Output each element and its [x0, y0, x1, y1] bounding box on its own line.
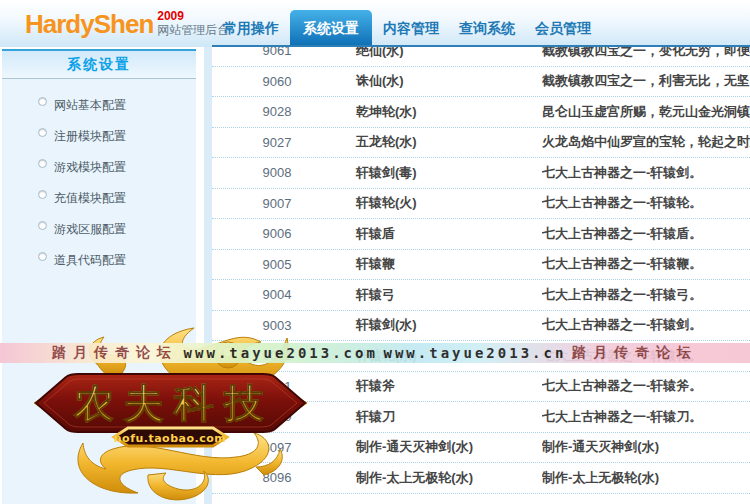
- bullet-icon: [38, 128, 47, 137]
- item-id: 9027: [212, 135, 342, 150]
- brand-name: HardyShen: [25, 10, 153, 38]
- item-name: 轩辕刀: [342, 408, 542, 426]
- item-name: 绝仙(水): [342, 45, 542, 60]
- sidebar-item-label: 道具代码配置: [54, 252, 126, 269]
- item-id: 9028: [212, 104, 342, 119]
- item-id: 9060: [212, 74, 342, 89]
- item-desc: 火龙岛焰中仙罗宣的宝轮，轮起之时五龙飞舞。: [542, 133, 750, 151]
- tab-0[interactable]: 常用操作: [214, 10, 288, 47]
- sidebar-item-2[interactable]: 游戏模块配置: [2, 152, 196, 183]
- item-id: 9008: [212, 165, 342, 180]
- watermark-url-com: www.tayue2013.com: [184, 345, 378, 361]
- table-row[interactable]: 9028乾坤轮(水)昆仑山玉虚宫所赐，乾元山金光洞镇洞之宝。: [212, 97, 750, 128]
- bullet-icon: [38, 252, 47, 261]
- item-name: 乾坤轮(水): [342, 103, 542, 121]
- item-name: 轩辕剑(毒): [342, 164, 542, 182]
- watermark-url-cn: www.tayue2013.cn: [384, 345, 567, 361]
- table-row[interactable]: 9004轩辕弓七大上古神器之一-轩辕弓。: [212, 280, 750, 311]
- item-id: 9004: [212, 287, 342, 302]
- item-desc: 七大上古神器之一-轩辕刀。: [542, 408, 750, 426]
- sidebar-items: 网站基本配置注册模块配置游戏模块配置充值模块配置游戏区服配置道具代码配置: [2, 79, 196, 276]
- sidebar-item-label: 游戏模块配置: [54, 159, 126, 176]
- item-id: 9005: [212, 257, 342, 272]
- item-desc: 七大上古神器之一-轩辕剑。: [542, 316, 750, 334]
- sidebar-item-0[interactable]: 网站基本配置: [2, 90, 196, 121]
- item-desc: 七大上古神器之一-轩辕轮。: [542, 194, 750, 212]
- watermark-banner: 踏月传奇论坛 www.tayue2013.com www.tayue2013.c…: [0, 343, 750, 363]
- tab-1[interactable]: 系统设置: [290, 10, 372, 47]
- item-name: 轩辕斧: [342, 377, 542, 395]
- table-row[interactable]: 9006轩辕盾七大上古神器之一-轩辕盾。: [212, 219, 750, 250]
- watermark-forum-left: 踏月传奇论坛: [52, 344, 178, 362]
- item-desc: 七大上古神器之一-轩辕斧。: [542, 377, 750, 395]
- table-row[interactable]: 9027五龙轮(水)火龙岛焰中仙罗宣的宝轮，轮起之时五龙飞舞。: [212, 128, 750, 159]
- nav-tabs: 常用操作系统设置内容管理查询系统会员管理: [213, 10, 601, 47]
- item-name: 轩辕盾: [342, 225, 542, 243]
- watermark-forum-right: 踏月传奇论坛: [572, 344, 698, 362]
- header-bar: HardyShen 2009 网站管理后台 常用操作系统设置内容管理查询系统会员…: [0, 0, 750, 47]
- emblem-url: nofu.taobao.com: [114, 432, 227, 445]
- item-name: 轩辕剑(水): [342, 316, 542, 334]
- tab-3[interactable]: 查询系统: [450, 10, 524, 47]
- item-desc: 截教镇教四宝之一，变化无穷，即便神仙也难逃此剑。: [542, 45, 750, 60]
- item-desc: 七大上古神器之一-轩辕剑。: [542, 164, 750, 182]
- app-logo: HardyShen 2009 网站管理后台: [25, 10, 229, 38]
- item-desc: 制作-太上无极轮(水): [542, 469, 750, 487]
- table-row[interactable]: 9061绝仙(水)截教镇教四宝之一，变化无穷，即便神仙也难逃此剑。: [212, 45, 750, 67]
- item-desc: 七大上古神器之一-轩辕鞭。: [542, 255, 750, 273]
- sidebar-item-label: 注册模块配置: [54, 128, 126, 145]
- bullet-icon: [38, 190, 47, 199]
- bullet-icon: [38, 97, 47, 106]
- item-name: 诛仙(水): [342, 72, 542, 90]
- sidebar-item-5[interactable]: 道具代码配置: [2, 245, 196, 276]
- item-name: 制作-通天灭神剑(水): [342, 438, 542, 456]
- tab-4[interactable]: 会员管理: [526, 10, 600, 47]
- table-row[interactable]: 9005轩辕鞭七大上古神器之一-轩辕鞭。: [212, 250, 750, 281]
- item-id: 9061: [212, 45, 342, 58]
- emblem-title: 农夫科技: [73, 380, 274, 426]
- sidebar-item-3[interactable]: 充值模块配置: [2, 183, 196, 214]
- item-desc: 昆仑山玉虚宫所赐，乾元山金光洞镇洞之宝。: [542, 103, 750, 121]
- sidebar-item-4[interactable]: 游戏区服配置: [2, 214, 196, 245]
- item-id: 9007: [212, 196, 342, 211]
- item-name: 轩辕弓: [342, 286, 542, 304]
- item-name: 轩辕鞭: [342, 255, 542, 273]
- item-desc: 七大上古神器之一-轩辕弓。: [542, 286, 750, 304]
- bullet-icon: [38, 159, 47, 168]
- item-name: 制作-太上无极轮(水): [342, 469, 542, 487]
- table-row[interactable]: 9007轩辕轮(火)七大上古神器之一-轩辕轮。: [212, 189, 750, 220]
- bullet-icon: [38, 221, 47, 230]
- table-row[interactable]: 9008轩辕剑(毒)七大上古神器之一-轩辕剑。: [212, 158, 750, 189]
- sidebar-item-label: 网站基本配置: [54, 97, 126, 114]
- sidebar-item-label: 充值模块配置: [54, 190, 126, 207]
- item-desc: 截教镇教四宝之一，利害无比，无坚不摧。: [542, 72, 750, 90]
- item-name: 五龙轮(水): [342, 133, 542, 151]
- sidebar-title: 系统设置: [2, 51, 196, 79]
- item-desc: 制作-通天灭神剑(水): [542, 438, 750, 456]
- item-name: 轩辕轮(火): [342, 194, 542, 212]
- item-desc: 七大上古神器之一-轩辕盾。: [542, 225, 750, 243]
- item-id: 9006: [212, 226, 342, 241]
- tab-2[interactable]: 内容管理: [374, 10, 448, 47]
- table-row[interactable]: 9060诛仙(水)截教镇教四宝之一，利害无比，无坚不摧。: [212, 67, 750, 98]
- sidebar-item-1[interactable]: 注册模块配置: [2, 121, 196, 152]
- sidebar-item-label: 游戏区服配置: [54, 221, 126, 238]
